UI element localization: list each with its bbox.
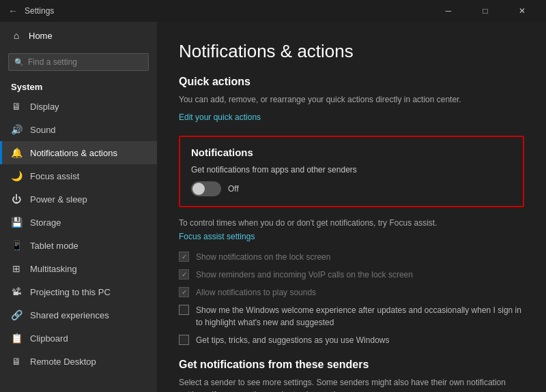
notifications-title: Notifications: [191, 147, 512, 158]
home-label: Home: [29, 31, 53, 41]
search-box[interactable]: 🔍: [8, 53, 149, 71]
sidebar-label-sound: Sound: [30, 125, 56, 135]
checkbox-row-tips: Get tips, tricks, and suggestions as you…: [179, 334, 524, 346]
checkbox-sounds[interactable]: [179, 287, 189, 297]
checkboxes-container: Show notifications on the lock screen Sh…: [179, 251, 524, 346]
sidebar-label-projecting: Projecting to this PC: [30, 287, 111, 297]
sidebar-item-shared[interactable]: 🔗 Shared experiences: [0, 303, 157, 327]
remote-icon: 🖥: [11, 356, 22, 367]
checkbox-welcome[interactable]: [179, 305, 189, 315]
edit-quick-actions-link[interactable]: Edit your quick actions: [179, 112, 524, 122]
checkbox-row-voip: Show reminders and incoming VoIP calls o…: [179, 269, 524, 281]
sidebar-item-power[interactable]: ⏻ Power & sleep: [0, 187, 157, 211]
sidebar-item-sound[interactable]: 🔊 Sound: [0, 118, 157, 141]
titlebar: ← Settings ─ □ ✕: [0, 0, 546, 22]
home-icon: ⌂: [11, 30, 22, 41]
shared-icon: 🔗: [11, 310, 22, 320]
toggle-knob: [192, 183, 205, 195]
notifications-desc: Get notifications from apps and other se…: [191, 165, 512, 175]
sidebar-item-home[interactable]: ⌂ Home: [0, 22, 157, 49]
checkbox-label-lock-screen: Show notifications on the lock screen: [196, 251, 330, 263]
quick-actions-desc: You can add, remove, or rearrange your q…: [179, 93, 524, 106]
app-title: Settings: [25, 6, 433, 16]
focus-assist-text: To control times when you do or don't ge…: [179, 217, 524, 229]
projecting-icon: 📽: [11, 286, 22, 297]
focus-assist-link[interactable]: Focus assist settings: [179, 232, 524, 241]
quick-actions-title: Quick actions: [179, 76, 524, 88]
get-notif-desc: Select a sender to see more settings. So…: [179, 376, 524, 392]
sidebar-label-clipboard: Clipboard: [30, 333, 68, 344]
toggle-row: Off: [191, 181, 512, 196]
sidebar: ⌂ Home 🔍 System 🖥 Display 🔊 Sound 🔔 Noti…: [0, 22, 157, 392]
multitasking-icon: ⊞: [11, 263, 22, 274]
checkbox-row-lock-screen: Show notifications on the lock screen: [179, 251, 524, 263]
sidebar-item-tablet[interactable]: 📱 Tablet mode: [0, 234, 157, 257]
minimize-button[interactable]: ─: [433, 0, 464, 22]
storage-icon: 💾: [11, 217, 22, 228]
sidebar-label-multitasking: Multitasking: [30, 264, 77, 274]
system-section-label: System: [0, 78, 157, 95]
search-icon: 🔍: [14, 58, 24, 67]
checkbox-label-sounds: Allow notifications to play sounds: [196, 286, 316, 299]
sidebar-label-storage: Storage: [30, 217, 61, 228]
maximize-button[interactable]: □: [470, 0, 501, 22]
page-title: Notifications & actions: [179, 41, 524, 62]
checkbox-label-voip: Show reminders and incoming VoIP calls o…: [196, 269, 413, 281]
display-icon: 🖥: [11, 101, 22, 112]
notifications-toggle[interactable]: [191, 181, 221, 196]
clipboard-icon: 📋: [11, 333, 22, 344]
sidebar-item-multitasking[interactable]: ⊞ Multitasking: [0, 257, 157, 280]
checkbox-label-welcome: Show me the Windows welcome experience a…: [196, 304, 524, 329]
sound-icon: 🔊: [11, 124, 22, 135]
sidebar-item-remote[interactable]: 🖥 Remote Desktop: [0, 350, 157, 373]
sidebar-label-power: Power & sleep: [30, 194, 87, 205]
sidebar-item-storage[interactable]: 💾 Storage: [0, 211, 157, 234]
focus-icon: 🌙: [11, 170, 22, 181]
content-area: Notifications & actions Quick actions Yo…: [157, 22, 546, 392]
get-notif-title: Get notifications from these senders: [179, 359, 524, 371]
sidebar-item-projecting[interactable]: 📽 Projecting to this PC: [0, 280, 157, 303]
toggle-label: Off: [228, 184, 239, 194]
sidebar-item-display[interactable]: 🖥 Display: [0, 95, 157, 118]
sidebar-label-shared: Shared experiences: [30, 310, 109, 320]
tablet-icon: 📱: [11, 240, 22, 251]
search-input[interactable]: [28, 57, 143, 67]
sidebar-label-tablet: Tablet mode: [30, 241, 78, 251]
checkbox-row-welcome: Show me the Windows welcome experience a…: [179, 304, 524, 329]
sidebar-label-notifications: Notifications & actions: [30, 148, 117, 158]
checkbox-row-sounds: Allow notifications to play sounds: [179, 286, 524, 299]
checkbox-lock-screen[interactable]: [179, 252, 189, 262]
sidebar-item-notifications[interactable]: 🔔 Notifications & actions: [0, 141, 157, 164]
back-button[interactable]: ←: [8, 5, 18, 16]
sidebar-label-focus: Focus assist: [30, 171, 79, 181]
checkbox-tips[interactable]: [179, 335, 189, 345]
sidebar-item-focus[interactable]: 🌙 Focus assist: [0, 164, 157, 187]
sidebar-item-clipboard[interactable]: 📋 Clipboard: [0, 327, 157, 350]
main-layout: ⌂ Home 🔍 System 🖥 Display 🔊 Sound 🔔 Noti…: [0, 22, 546, 392]
window-controls: ─ □ ✕: [433, 0, 538, 22]
notifications-icon: 🔔: [11, 147, 22, 158]
checkbox-label-tips: Get tips, tricks, and suggestions as you…: [196, 334, 389, 346]
sidebar-label-display: Display: [30, 102, 59, 112]
close-button[interactable]: ✕: [506, 0, 538, 22]
power-icon: ⏻: [11, 194, 22, 205]
notifications-box: Notifications Get notifications from app…: [179, 136, 524, 207]
sidebar-items: 🖥 Display 🔊 Sound 🔔 Notifications & acti…: [0, 95, 157, 373]
checkbox-voip[interactable]: [179, 269, 189, 280]
sidebar-label-remote: Remote Desktop: [30, 357, 96, 367]
